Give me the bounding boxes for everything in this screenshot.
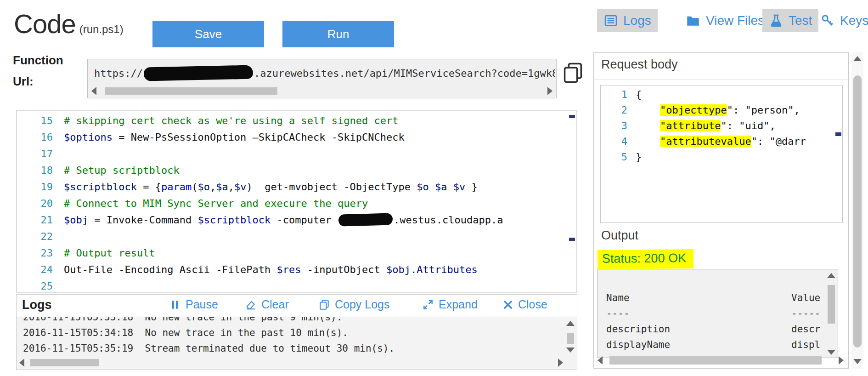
- line-number: 25: [17, 280, 64, 292]
- output-table-row: ---------: [606, 308, 820, 319]
- scroll-left-arrow[interactable]: [597, 356, 603, 365]
- key-icon: [820, 13, 835, 28]
- logs-action-close[interactable]: Close: [502, 298, 547, 311]
- scroll-right-arrow[interactable]: [547, 87, 552, 95]
- code-token: }: [465, 181, 478, 193]
- code-editor[interactable]: 15# skipping cert check as we're using a…: [16, 110, 577, 293]
- code-token: $o: [197, 181, 210, 193]
- output-value-cell: displ: [791, 339, 820, 350]
- action-button-view-files[interactable]: View Files: [679, 9, 771, 32]
- logs-action-label: Copy Logs: [335, 298, 390, 311]
- output-vertical-scrollbar[interactable]: [826, 273, 836, 355]
- scrollbar-thumb[interactable]: [828, 285, 835, 324]
- logs-title: Logs: [22, 298, 52, 312]
- output-name-cell: displayName: [606, 339, 791, 350]
- scrollbar-thumb[interactable]: [853, 75, 862, 348]
- output-table-row: descriptiondescr: [606, 324, 820, 335]
- line-number: 19: [17, 181, 64, 193]
- json-text: ": "uid",: [721, 120, 775, 131]
- code-token: $a: [435, 181, 447, 193]
- scroll-down-arrow[interactable]: [827, 350, 835, 355]
- page-title: Code(run.ps1): [14, 8, 124, 39]
- url-horizontal-scrollbar[interactable]: [91, 86, 552, 96]
- logs-action-pause[interactable]: Pause: [169, 298, 218, 311]
- scrollbar-thumb[interactable]: [609, 356, 822, 365]
- scroll-left-arrow[interactable]: [19, 359, 24, 367]
- code-token: $options: [64, 131, 113, 143]
- page-vertical-scrollbar[interactable]: [851, 52, 863, 369]
- code-token: = {: [137, 181, 161, 193]
- line-number: 20: [17, 198, 64, 209]
- file-name-label: (run.ps1): [79, 23, 124, 35]
- function-url-label-line1: Function: [13, 50, 63, 71]
- code-line: 25: [17, 278, 576, 293]
- copy-icon: [318, 299, 330, 311]
- scroll-up-arrow[interactable]: [566, 321, 575, 326]
- code-token: # skipping cert check as we're using a s…: [64, 115, 398, 126]
- code-line: 22: [17, 228, 576, 245]
- copy-url-button[interactable]: [561, 60, 586, 86]
- logs-action-expand[interactable]: Expand: [422, 298, 478, 311]
- output-name-cell: ----: [606, 308, 791, 319]
- scroll-right-arrow[interactable]: [839, 356, 844, 365]
- action-button-keys[interactable]: Keys: [814, 9, 868, 32]
- run-button[interactable]: Run: [282, 21, 394, 47]
- code-line: 15# skipping cert check as we're using a…: [17, 112, 576, 129]
- line-number: 23: [17, 247, 64, 259]
- scrollbar-thumb[interactable]: [30, 359, 99, 366]
- code-token: $res: [277, 264, 301, 275]
- request-body-line: 2 "objecttype": "person",: [601, 102, 842, 118]
- json-text: ": "person",: [727, 104, 800, 116]
- code-line: 16$options = New-PsSessionOption –SkipCA…: [17, 129, 576, 145]
- code-line: 18# Setup scriptblock: [17, 162, 576, 178]
- scrollbar-thumb[interactable]: [105, 87, 277, 95]
- highlighted-json-key: "attributevalue: [660, 136, 751, 147]
- code-line: 20# Connect to MIM Sync Server and execu…: [17, 195, 576, 211]
- logs-panel: Logs PauseClearCopy LogsExpandClose 2016…: [16, 294, 577, 370]
- azure-function-code-screen: Code(run.ps1) Save Run LogsView FilesTes…: [0, 0, 868, 376]
- panel-horizontal-scrollbar[interactable]: [597, 355, 844, 365]
- request-body-line: 1{: [601, 86, 842, 102]
- logs-action-copy-logs[interactable]: Copy Logs: [318, 298, 390, 311]
- function-url-label: Function Url:: [13, 50, 63, 92]
- log-output: 2016-11-15T05:33:18 No new trace in the …: [17, 317, 577, 370]
- action-button-logs[interactable]: Logs: [597, 9, 658, 32]
- log-vertical-scrollbar[interactable]: [565, 321, 575, 357]
- output-name-cell: description: [606, 324, 791, 335]
- url-prefix: https://: [94, 68, 143, 79]
- code-token: $scriptblock: [64, 181, 137, 193]
- save-button[interactable]: Save: [152, 21, 264, 47]
- scroll-right-arrow[interactable]: [558, 359, 563, 367]
- scroll-down-arrow[interactable]: [853, 359, 862, 364]
- code-token: = New-PsSessionOption –SkipCACheck -Skip…: [113, 131, 405, 143]
- output-value-cell: -----: [791, 308, 820, 319]
- code-token: ) get-mvobject -ObjectType: [246, 181, 417, 193]
- function-url-field[interactable]: https://.azurewebsites.net/api/MIMServic…: [87, 59, 557, 98]
- action-label: Logs: [623, 13, 651, 28]
- overview-ruler-mark: [569, 115, 575, 118]
- scroll-up-arrow[interactable]: [827, 273, 835, 278]
- logs-action-label: Close: [518, 298, 547, 311]
- log-horizontal-scrollbar[interactable]: [19, 358, 563, 367]
- scroll-up-arrow[interactable]: [853, 56, 862, 61]
- line-number: 15: [17, 115, 64, 126]
- code-line: 23# Output result: [17, 245, 576, 261]
- action-button-test[interactable]: Test: [762, 9, 818, 32]
- scrollbar-thumb[interactable]: [567, 333, 574, 344]
- scroll-down-arrow[interactable]: [566, 348, 575, 353]
- logs-action-label: Pause: [186, 298, 218, 311]
- code-token: = Invoke-Command: [88, 214, 197, 226]
- request-body-editor[interactable]: 1{2 "objecttype": "person",3 "attribute"…: [600, 85, 843, 223]
- output-name-cell: Name: [606, 292, 791, 303]
- scroll-left-arrow[interactable]: [91, 87, 96, 95]
- status-badge: Status: 200 OK: [597, 249, 693, 269]
- code-line: 24Out-File -Encoding Ascii -FilePath $re…: [17, 261, 576, 278]
- line-number: 4: [601, 136, 636, 147]
- code-token: [447, 181, 453, 193]
- json-text: [636, 120, 660, 131]
- logs-action-label: Expand: [439, 298, 478, 311]
- function-url-value: https://.azurewebsites.net/api/MIMServic…: [94, 65, 555, 81]
- logs-action-clear[interactable]: Clear: [245, 298, 289, 311]
- output-table-row: displayNamedispl: [606, 339, 820, 350]
- highlighted-json-key: "attribute: [660, 120, 721, 131]
